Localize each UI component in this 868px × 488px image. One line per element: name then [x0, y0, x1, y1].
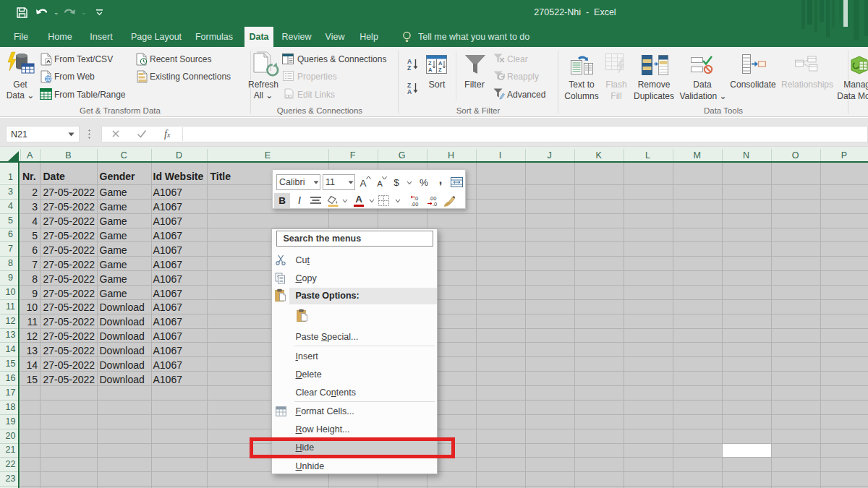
svg-text:.00: .00	[411, 201, 418, 207]
svg-text:Z: Z	[407, 64, 411, 72]
svg-text:A: A	[407, 88, 412, 95]
svg-text:Z: Z	[438, 67, 442, 73]
svg-text:Z: Z	[428, 60, 432, 67]
svg-text:.0: .0	[433, 201, 437, 207]
svg-text:A: A	[428, 67, 433, 73]
svg-text:A: A	[438, 60, 443, 67]
